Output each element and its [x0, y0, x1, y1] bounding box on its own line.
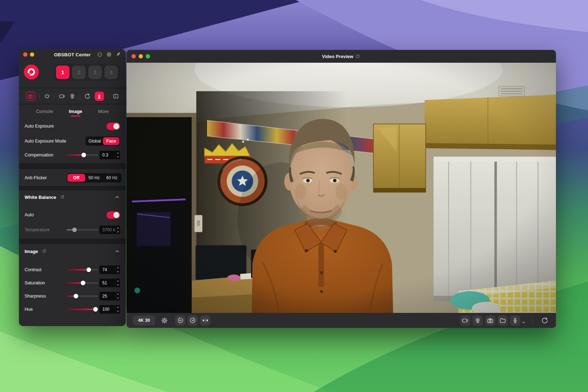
sharpness-value-box[interactable]: 25 — [99, 292, 120, 300]
snapshot-camera-icon[interactable] — [485, 315, 495, 326]
power-icon[interactable] — [44, 93, 50, 99]
stepper-up-button[interactable] — [116, 265, 120, 270]
hue-slider[interactable] — [67, 309, 98, 310]
slider-thumb[interactable] — [81, 280, 85, 285]
sharpness-row: Sharpness 25 — [19, 289, 126, 303]
hue-value-box[interactable]: 100 — [99, 305, 120, 314]
tab-console[interactable]: Console — [35, 106, 54, 117]
stepper — [115, 265, 120, 274]
circle-ellipsis-icon[interactable] — [97, 52, 103, 58]
camera-icon[interactable] — [26, 92, 35, 101]
gimbal-refresh-icon[interactable] — [540, 315, 550, 325]
stepper — [115, 279, 120, 287]
tab-bar: Console Image More — [19, 104, 126, 118]
close-button[interactable] — [131, 54, 136, 58]
obsbot-center-window: OBSBOT Center 1 2 3 4 — [19, 49, 126, 326]
image-section-header: Image — [19, 244, 126, 258]
video-preview-window: Video Preview ? — [127, 50, 556, 328]
stepper-down-button[interactable] — [116, 296, 120, 300]
preset-button-3[interactable]: 3 — [88, 66, 102, 79]
flip-horizontal-icon[interactable] — [200, 315, 210, 326]
temperature-value: 3700 k — [99, 226, 115, 234]
remote-icon[interactable] — [95, 92, 104, 101]
pin-icon[interactable] — [115, 52, 122, 58]
stepper-up-button[interactable] — [116, 292, 120, 296]
hue-row: Hue 100 — [19, 303, 126, 316]
microphone-icon[interactable] — [510, 315, 520, 326]
stepper-up-button[interactable] — [116, 151, 120, 155]
toolbar-separator — [80, 94, 80, 99]
webcam-icon[interactable] — [473, 315, 483, 326]
sharpness-value: 25 — [99, 292, 115, 300]
preview-settings-gear-icon[interactable] — [159, 315, 169, 325]
wb-auto-label: Auto — [25, 212, 67, 217]
auto-exposure-label: Auto Exposure — [25, 124, 67, 129]
auto-exposure-toggle[interactable] — [107, 123, 120, 130]
preset-button-1[interactable]: 1 — [56, 66, 69, 79]
sharpness-label: Sharpness — [25, 294, 67, 299]
folder-icon[interactable] — [497, 315, 508, 326]
chevron-up-icon[interactable] — [114, 194, 120, 200]
stepper-down-button[interactable] — [116, 155, 120, 159]
stepper-up-button[interactable] — [116, 226, 120, 230]
preset-button-2[interactable]: 2 — [72, 66, 86, 79]
slider-thumb[interactable] — [93, 307, 98, 311]
minimize-button[interactable] — [139, 54, 143, 58]
close-button[interactable] — [23, 52, 27, 57]
preset-button-4[interactable]: 4 — [104, 66, 118, 79]
chevron-up-icon[interactable] — [114, 248, 120, 254]
resolution-button[interactable]: 4K 30 — [133, 315, 155, 325]
image-section-title: Image — [25, 249, 38, 254]
sharpness-slider[interactable] — [67, 295, 98, 297]
rotate-cw-90-icon[interactable]: 90 — [187, 315, 198, 326]
zoom-button[interactable] — [146, 54, 150, 58]
slider-thumb[interactable] — [73, 294, 78, 298]
preview-bottom-bar: 4K 30 90 90 — [127, 313, 556, 328]
compensation-slider[interactable] — [67, 154, 98, 156]
expand-icon[interactable] — [113, 93, 119, 99]
tab-more[interactable]: More — [97, 106, 109, 117]
settings-gear-icon[interactable] — [106, 52, 112, 58]
anti-flicker-60hz-button[interactable]: 60 Hz — [103, 174, 121, 182]
question-circle-icon[interactable]: ? — [355, 54, 360, 59]
reset-icon[interactable] — [42, 249, 47, 254]
wb-auto-toggle[interactable] — [107, 211, 120, 219]
saturation-label: Saturation — [25, 280, 67, 285]
minimize-button[interactable] — [30, 52, 34, 57]
slider-thumb[interactable] — [82, 153, 86, 158]
stepper-up-button[interactable] — [116, 305, 120, 309]
anti-flicker-off-button[interactable]: Off — [67, 174, 85, 182]
slider-thumb[interactable] — [86, 267, 91, 272]
display-icon[interactable] — [59, 93, 65, 99]
temperature-value-box: 3700 k — [99, 226, 120, 234]
tab-image[interactable]: Image — [68, 106, 83, 117]
ae-mode-label: Auto Exposure Mode — [25, 139, 67, 144]
obsbot-titlebar: OBSBOT Center — [19, 49, 126, 60]
stepper-down-button[interactable] — [116, 283, 120, 287]
anti-flicker-50hz-button[interactable]: 50 Hz — [85, 174, 103, 182]
stepper — [115, 226, 120, 234]
stepper-down-button[interactable] — [116, 270, 120, 274]
compensation-value-box[interactable]: 0.3 — [99, 151, 120, 159]
rotate-ccw-90-icon[interactable]: 90 — [175, 315, 185, 326]
webcam-icon[interactable] — [69, 93, 76, 99]
contrast-slider[interactable] — [67, 269, 98, 270]
webcam-scene — [127, 63, 556, 313]
stepper-down-button[interactable] — [116, 230, 120, 234]
saturation-slider[interactable] — [67, 282, 98, 284]
ae-mode-global-button[interactable]: Global — [86, 137, 103, 145]
stepper-up-button[interactable] — [116, 279, 120, 283]
virtual-display-icon[interactable] — [460, 315, 470, 326]
auto-exposure-row: Auto Exposure — [19, 119, 126, 133]
saturation-value-box[interactable]: 51 — [99, 279, 120, 287]
chevron-down-icon[interactable] — [522, 320, 526, 324]
rotate-icon[interactable] — [84, 93, 91, 99]
contrast-value-box[interactable]: 74 — [99, 265, 120, 274]
anti-flicker-segmented: Off 50 Hz 60 Hz — [67, 173, 122, 182]
ae-mode-face-button[interactable]: Face — [103, 137, 119, 145]
section-gap — [19, 239, 126, 244]
section-gap — [19, 163, 126, 169]
stepper-down-button[interactable] — [116, 309, 120, 314]
device-toolbar — [19, 89, 126, 103]
reset-icon[interactable] — [60, 195, 65, 200]
